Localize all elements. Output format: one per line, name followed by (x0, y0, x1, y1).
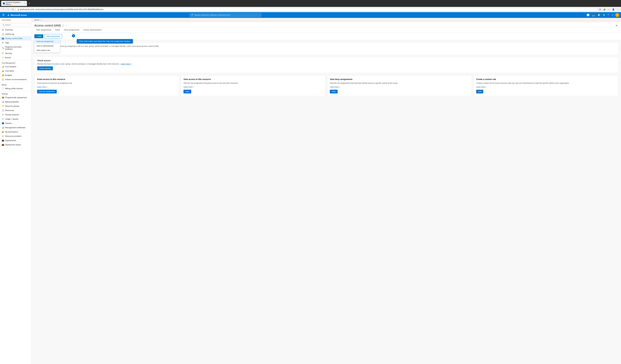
card-deny-button[interactable]: View (330, 90, 338, 94)
sidebar-item-deployments[interactable]: 💼 Deployments (0, 138, 31, 142)
card-custom-learn-more[interactable]: Learn more ↗ (476, 86, 486, 88)
help-icon[interactable]: ? (606, 13, 610, 17)
add-button[interactable]: + Add (34, 34, 43, 38)
topbar-search-box[interactable]: 🔍 (190, 13, 261, 17)
feedback-icon[interactable]: ☺ (610, 13, 615, 17)
new-tab-button[interactable]: + (28, 2, 31, 5)
tab-close-btn[interactable]: ✕ (24, 3, 25, 4)
card-custom-title: Create a custom role (476, 78, 615, 80)
card-view-button[interactable]: View (183, 90, 191, 94)
active-tab[interactable]: Azure for Students - Micros... ✕ (1, 1, 27, 6)
user-avatar[interactable]: A (615, 13, 619, 17)
cards-grid: Grant access to this resource Grant acce… (34, 75, 618, 96)
directory-icon[interactable]: 📥 (591, 13, 596, 17)
external-link-icon-3: ↗ (339, 86, 340, 88)
card-custom-button[interactable]: Add (476, 90, 483, 94)
sidebar-search-box[interactable]: 🔍 (1, 23, 30, 27)
bookmark-icon[interactable]: ☆ (607, 8, 611, 11)
sidebar-item-label: Management certificates (5, 127, 25, 129)
cloud-shell-icon[interactable]: ⬜ (586, 13, 590, 17)
dropdown-add-co-admin[interactable]: Add co-administrator (34, 44, 60, 48)
sidebar-item-security[interactable]: 🛡 Security (0, 51, 31, 55)
sidebar-item-activity-log[interactable]: 📋 Activity log (0, 32, 31, 36)
forward-button[interactable]: → (6, 8, 10, 11)
refresh-button[interactable]: ↻ (11, 8, 15, 11)
sidebar-item-label: Cost alerts (5, 70, 14, 72)
tab-classic-admins[interactable]: Classic administrators (81, 27, 104, 33)
azure-topbar: ☰ Microsoft Azure 🔍 ⬜ 📥 🔔 ⚙ ? ☺ A (0, 12, 621, 18)
address-bar[interactable]: 🔒 portal.azure.com/# onmicrosoft.com/res… (16, 8, 597, 11)
sidebar-item-preview[interactable]: ≡ Preview features (0, 112, 31, 117)
check-access-button[interactable]: Check access (37, 66, 53, 70)
azure-logo: Microsoft Azure (7, 14, 27, 16)
hamburger-menu[interactable]: ☰ (2, 13, 5, 17)
sidebar-search-icon: 🔍 (2, 24, 5, 26)
notifications-icon[interactable]: 🔔 (597, 13, 601, 17)
card-view-learn-more[interactable]: Learn more ↗ (183, 86, 194, 88)
more-actions-icon[interactable]: ··· (66, 24, 68, 27)
content-body: Grant access to Azure resources by assig… (32, 40, 621, 364)
sidebar-item-mgmt-certs[interactable]: 📊 Management certificates (0, 125, 31, 130)
card-deny-assignments: View deny assignments View the role assi… (327, 75, 472, 96)
sidebar-item-programmatic[interactable]: 📦 Programmatic deployment (0, 95, 31, 100)
sidebar-search-container: 🔍 (0, 22, 31, 28)
add-dropdown-menu: Add role assignment Add co-administrator… (34, 39, 60, 53)
callout-arrow (76, 41, 77, 42)
sidebar-item-tags[interactable]: 🏷 Tags (0, 41, 31, 45)
address-url-left: portal.azure.com/# (20, 8, 34, 10)
sidebar-search-input[interactable] (5, 24, 29, 26)
breadcrumb-home[interactable]: Home (34, 19, 39, 21)
card-view-desc: View the role assignments that grant acc… (183, 82, 323, 84)
back-button[interactable]: ← (1, 8, 5, 11)
card-view-title: View access to this resource (183, 78, 323, 80)
favorite-icon[interactable]: ☆ (62, 24, 64, 27)
grant-intro-section: Grant access to Azure resources by assig… (34, 43, 618, 55)
check-access-description: Review the level of access a user, group… (37, 63, 615, 65)
sidebar-item-budgets[interactable]: 💰 Budgets (0, 73, 31, 77)
tab-deny-assignments[interactable]: Deny assignments (62, 27, 81, 33)
sidebar-item-resource-groups[interactable]: 📁 Resource groups (0, 104, 31, 108)
sidebar-divider-3 (0, 91, 31, 91)
sidebar-item-label: Activity log (5, 33, 14, 35)
browser-chrome: Azure for Students - Micros... ✕ + (0, 0, 621, 7)
billing-section: Billing (0, 83, 31, 86)
sidebar-item-advisor[interactable]: 💡 Advisor recommendations (0, 77, 31, 81)
extensions-icon[interactable]: 🧩 (603, 8, 606, 11)
tab-roles[interactable]: Roles (53, 27, 62, 33)
tab-role-assignments[interactable]: Role assignments (34, 27, 53, 33)
view-my-access-button[interactable]: View my access (44, 34, 62, 38)
card-deny-learn-more[interactable]: Learn more ↗ (330, 86, 340, 88)
external-link-icon-1: ↗ (46, 86, 47, 88)
card-deny-desc: View the role assignments that have been… (330, 82, 469, 84)
policies-icon: 🔵 (2, 122, 4, 124)
sidebar-item-billing-props[interactable]: 📊 Billing properties (0, 100, 31, 104)
dropdown-add-role[interactable]: Add role assignment (34, 39, 60, 44)
more-options-icon[interactable]: ⋮ (616, 8, 620, 11)
card-grant-learn-more[interactable]: Learn more ↗ (37, 86, 47, 88)
card-grant-button[interactable]: Add role assignment (37, 90, 57, 94)
sidebar-item-label: Programmatic deployment (5, 96, 27, 99)
sidebar-item-deployment-stacks[interactable]: 💼 Deployment stacks (0, 142, 31, 147)
sidebar-item-policies[interactable]: 🔵 Policies (0, 121, 31, 125)
sidebar-item-my-permissions[interactable]: 🔐 My permissions (0, 130, 31, 134)
sidebar-item-diagnose[interactable]: 🔍 Diagnose and solve problems (0, 45, 31, 51)
sidebar-item-billing-invoices[interactable]: 📄 Billing profile invoices (0, 86, 31, 91)
sidebar-item-events[interactable]: ⚡ Events (0, 55, 31, 60)
callout-tooltip: Click 'Add' button and select the 'Add r… (77, 39, 133, 44)
sidebar-item-label: Tags (5, 42, 9, 44)
sidebar-item-cost-alerts[interactable]: 🔔 Cost alerts (0, 69, 31, 73)
sidebar-item-resource-providers[interactable]: ≡ Resource providers (0, 134, 31, 138)
sidebar-item-resources[interactable]: ⬜ Resources (0, 108, 31, 112)
profile-icon[interactable]: 👤 (611, 8, 615, 11)
sidebar-item-overview[interactable]: ⊡ Overview (0, 28, 31, 32)
sidebar-item-label: My permissions (5, 131, 18, 133)
settings-icon[interactable]: ⚙ (602, 13, 606, 17)
screen-cast-icon[interactable]: ⊞ (599, 8, 602, 11)
close-panel-button[interactable]: ✕ (615, 24, 618, 27)
sidebar-item-cost-analysis[interactable]: 📊 Cost analysis (0, 64, 31, 69)
sidebar-item-usage-quotas[interactable]: ≡ Usage + quotas (0, 117, 31, 121)
topbar-search-input[interactable] (194, 14, 260, 16)
dropdown-add-custom[interactable]: Add custom role (34, 48, 60, 52)
check-access-learn-more[interactable]: Learn more ↗ (121, 63, 132, 65)
sidebar-item-access-control[interactable]: 👥 Access control (IAM) (0, 36, 31, 41)
